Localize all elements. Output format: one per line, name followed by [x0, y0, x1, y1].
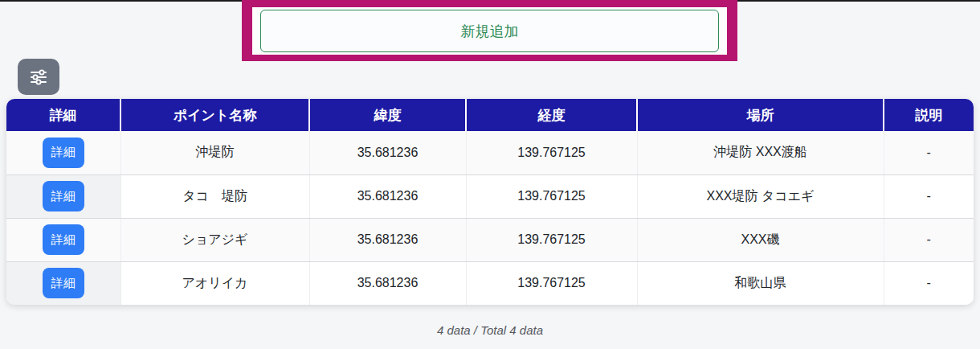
- data-count-summary: 4 data / Total 4 data: [0, 323, 980, 337]
- table-row: 詳細 ショアジギ 35.681236 139.767125 XXX磯 -: [6, 218, 974, 261]
- header-detail: 詳細: [6, 99, 120, 131]
- cell-point-name: タコ 堤防: [120, 174, 309, 218]
- header-place: 場所: [637, 99, 884, 131]
- detail-button[interactable]: 詳細: [43, 224, 84, 255]
- cell-point-name: 沖堤防: [120, 131, 309, 174]
- cell-place: XXX堤防 タコエギ: [637, 174, 884, 218]
- cell-detail: 詳細: [6, 218, 120, 261]
- cell-detail: 詳細: [6, 174, 120, 218]
- cell-description: -: [884, 218, 974, 261]
- table-body: 詳細 沖堤防 35.681236 139.767125 沖堤防 XXX渡船 - …: [6, 131, 974, 305]
- cell-longitude: 139.767125: [466, 218, 637, 261]
- cell-place: 和歌山県: [637, 261, 884, 305]
- cell-point-name: ショアジギ: [120, 218, 309, 261]
- cell-detail: 詳細: [6, 131, 120, 174]
- cell-place: 沖堤防 XXX渡船: [637, 131, 884, 174]
- cell-latitude: 35.681236: [309, 131, 466, 174]
- detail-button[interactable]: 詳細: [43, 268, 84, 298]
- cell-description: -: [884, 131, 974, 174]
- table-row: 詳細 アオリイカ 35.681236 139.767125 和歌山県 -: [6, 261, 974, 305]
- cell-longitude: 139.767125: [466, 131, 637, 174]
- header-longitude: 経度: [466, 99, 637, 131]
- add-new-button[interactable]: 新規追加: [260, 10, 719, 52]
- detail-button[interactable]: 詳細: [43, 138, 84, 168]
- filter-button[interactable]: [18, 59, 59, 95]
- header-latitude: 緯度: [309, 99, 466, 131]
- header-description: 説明: [884, 99, 974, 131]
- table-header-row: 詳細 ポイント名称 緯度 経度 場所 説明: [6, 99, 974, 131]
- header-point-name: ポイント名称: [120, 99, 309, 131]
- points-table-card: 詳細 ポイント名称 緯度 経度 場所 説明 詳細 沖堤防 35.681236 1…: [6, 99, 974, 305]
- cell-detail: 詳細: [6, 261, 120, 305]
- table-row: 詳細 沖堤防 35.681236 139.767125 沖堤防 XXX渡船 -: [6, 131, 974, 174]
- cell-description: -: [884, 174, 974, 218]
- cell-point-name: アオリイカ: [120, 261, 309, 305]
- table-row: 詳細 タコ 堤防 35.681236 139.767125 XXX堤防 タコエギ…: [6, 174, 974, 218]
- cell-description: -: [884, 261, 974, 305]
- cell-longitude: 139.767125: [466, 261, 637, 305]
- detail-button[interactable]: 詳細: [43, 181, 84, 211]
- annotation-highlight-box: 新規追加: [242, 0, 737, 61]
- add-button-container: 新規追加: [252, 7, 727, 55]
- cell-latitude: 35.681236: [309, 174, 466, 218]
- sliders-icon: [27, 66, 50, 88]
- points-table: 詳細 ポイント名称 緯度 経度 場所 説明 詳細 沖堤防 35.681236 1…: [6, 99, 974, 305]
- cell-latitude: 35.681236: [309, 261, 466, 305]
- cell-place: XXX磯: [637, 218, 884, 261]
- cell-longitude: 139.767125: [466, 174, 637, 218]
- cell-latitude: 35.681236: [309, 218, 466, 261]
